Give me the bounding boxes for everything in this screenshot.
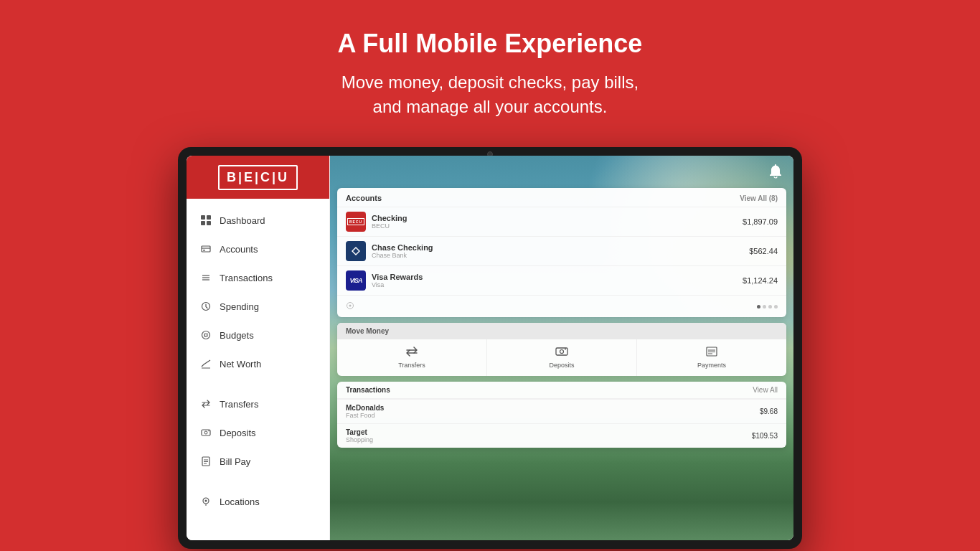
sidebar-item-transfers[interactable]: Transfers	[187, 390, 329, 418]
payments-action-btn[interactable]: Payments	[637, 339, 786, 376]
transactions-view-all[interactable]: View All	[753, 386, 778, 394]
page-background: A Full Mobile Experience Move money, dep…	[0, 0, 980, 549]
page-title: A Full Mobile Experience	[0, 29, 980, 59]
svg-point-29	[565, 349, 566, 350]
becu-account-bank: BECU	[372, 222, 737, 230]
sidebar-item-accounts[interactable]: Accounts	[187, 235, 329, 263]
transfers-action-icon	[406, 347, 418, 359]
account-row-visa[interactable]: VISA Visa Rewards Visa $1,124.24	[337, 265, 786, 295]
dashboard-label: Dashboard	[220, 215, 265, 226]
accounts-label: Accounts	[220, 244, 258, 255]
payments-action-label: Payments	[697, 362, 726, 369]
subtitle-line2: and manage all your accounts.	[373, 97, 608, 116]
transfers-action-btn[interactable]: Transfers	[337, 339, 487, 376]
accounts-icon	[199, 242, 212, 255]
accounts-section-title: Accounts	[346, 194, 382, 202]
bill-pay-icon	[199, 455, 212, 468]
sidebar-item-net-worth[interactable]: Net Worth	[187, 349, 329, 378]
move-money-header: Move Money	[337, 323, 786, 339]
locations-icon	[199, 495, 212, 508]
dot-1	[757, 305, 760, 309]
dot-3	[768, 305, 772, 309]
net-worth-label: Net Worth	[220, 359, 261, 369]
svg-rect-0	[201, 215, 205, 220]
budgets-label: Budgets	[220, 330, 254, 341]
sidebar-item-dashboard[interactable]: Dashboard	[187, 206, 329, 235]
transfers-icon	[199, 397, 212, 410]
svg-point-18	[208, 430, 209, 432]
svg-point-17	[204, 431, 207, 434]
mcdonalds-category: Fast Food	[346, 412, 754, 419]
becu-logo: B|E|C|U	[218, 165, 298, 190]
account-row-chase[interactable]: Chase Checking Chase Bank $562.44	[337, 236, 786, 265]
visa-account-bank: Visa	[372, 281, 737, 288]
visa-account-logo: VISA	[346, 270, 366, 291]
spending-label: Spending	[220, 301, 259, 312]
sidebar-item-bill-pay[interactable]: Bill Pay	[187, 447, 329, 476]
sidebar-item-locations[interactable]: Locations	[187, 487, 329, 516]
chase-account-logo	[346, 241, 366, 261]
svg-rect-5	[203, 250, 205, 251]
sidebar-item-spending[interactable]: Spending	[187, 292, 329, 321]
tablet-screen: B|E|C|U Da	[187, 156, 793, 540]
visa-account-name: Visa Rewards	[372, 273, 737, 281]
visa-account-amount: $1,124.24	[743, 276, 778, 285]
locations-label: Locations	[220, 496, 260, 507]
sidebar-logo: B|E|C|U	[187, 156, 329, 199]
sidebar: B|E|C|U Da	[187, 156, 330, 540]
bell-icon[interactable]	[769, 164, 782, 182]
transactions-icon	[199, 271, 212, 284]
svg-point-28	[560, 350, 564, 354]
chase-account-info: Chase Checking Chase Bank	[372, 243, 743, 259]
svg-point-10	[202, 331, 210, 339]
svg-line-12	[204, 334, 205, 334]
visa-account-info: Visa Rewards Visa	[372, 273, 737, 288]
target-amount: $109.53	[752, 432, 778, 440]
svg-line-14	[204, 336, 205, 336]
deposits-action-btn[interactable]: Deposits	[487, 339, 637, 376]
deposits-action-icon	[555, 347, 568, 359]
cards-area: Accounts View All (8) BECU Checking BECU	[337, 188, 786, 448]
accounts-card: Accounts View All (8) BECU Checking BECU	[337, 188, 786, 317]
svg-point-24	[205, 500, 207, 502]
target-info: Target Shopping	[346, 428, 746, 443]
svg-line-13	[207, 334, 207, 334]
payments-action-icon	[706, 347, 717, 359]
move-money-actions: Transfers	[337, 339, 786, 376]
transactions-label: Transactions	[220, 273, 273, 283]
chase-account-bank: Chase Bank	[372, 252, 743, 259]
sidebar-item-deposits[interactable]: Deposits	[187, 418, 329, 447]
dashboard-icon	[199, 214, 212, 227]
move-money-title: Move Money	[346, 327, 389, 335]
becu-account-amount: $1,897.09	[743, 217, 778, 226]
net-worth-icon	[199, 357, 212, 370]
becu-account-logo: BECU	[346, 212, 366, 232]
sidebar-item-transactions[interactable]: Transactions	[187, 263, 329, 292]
deposits-action-label: Deposits	[549, 362, 574, 369]
mcdonalds-amount: $9.68	[760, 408, 778, 415]
transaction-row-mcdonalds[interactable]: McDonalds Fast Food $9.68	[337, 399, 786, 423]
dot-4	[774, 305, 778, 309]
chase-account-name: Chase Checking	[372, 243, 743, 252]
sidebar-item-budgets[interactable]: Budgets	[187, 321, 329, 349]
svg-rect-2	[201, 221, 205, 225]
transfers-label: Transfers	[220, 399, 258, 410]
page-header: A Full Mobile Experience Move money, dep…	[0, 0, 980, 140]
transactions-panel: Transactions View All McDonalds Fast Foo…	[337, 382, 786, 448]
becu-account-name: Checking	[372, 214, 737, 222]
mcdonalds-name: McDonalds	[346, 404, 754, 412]
account-row-becu[interactable]: BECU Checking BECU $1,897.09	[337, 207, 786, 236]
spending-icon	[199, 300, 212, 313]
becu-account-info: Checking BECU	[372, 214, 737, 230]
tablet-wrapper: B|E|C|U Da	[0, 147, 980, 549]
target-name: Target	[346, 428, 746, 436]
deposits-icon	[199, 426, 212, 439]
transaction-row-target[interactable]: Target Shopping $109.53	[337, 423, 786, 448]
mcdonalds-info: McDonalds Fast Food	[346, 404, 754, 419]
dots-indicator	[757, 305, 778, 309]
bill-pay-label: Bill Pay	[220, 456, 250, 467]
deposits-label: Deposits	[220, 428, 256, 438]
svg-rect-1	[207, 215, 211, 220]
accounts-view-all[interactable]: View All (8)	[740, 194, 778, 202]
settings-icon[interactable]	[346, 300, 354, 313]
